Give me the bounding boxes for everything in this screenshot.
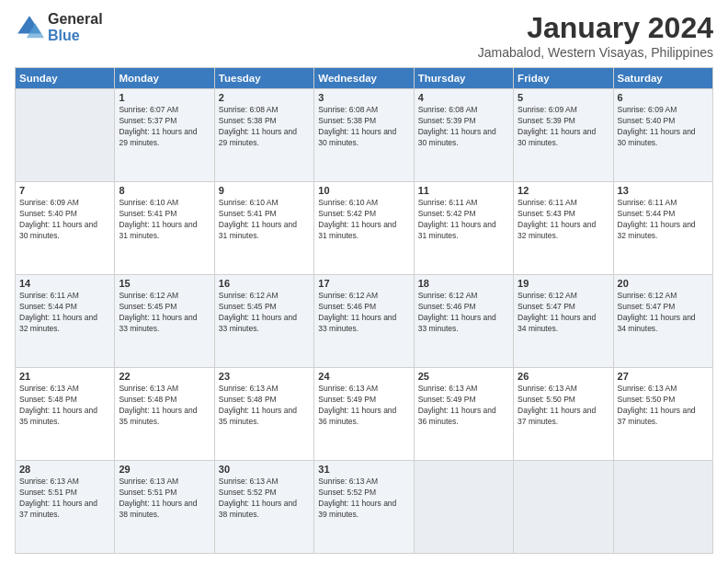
logo-general: General: [48, 11, 103, 28]
day-number: 16: [219, 278, 310, 289]
day-info: Sunrise: 6:13 AMSunset: 5:52 PMDaylight:…: [219, 477, 310, 521]
day-number: 7: [19, 185, 110, 196]
day-info: Sunrise: 6:11 AMSunset: 5:42 PMDaylight:…: [418, 198, 509, 242]
title-block: January 2024 Jamabalod, Western Visayas,…: [478, 11, 713, 60]
day-info: Sunrise: 6:07 AMSunset: 5:37 PMDaylight:…: [119, 105, 210, 149]
day-cell: 3Sunrise: 6:08 AMSunset: 5:38 PMDaylight…: [314, 89, 414, 182]
day-info: Sunrise: 6:08 AMSunset: 5:38 PMDaylight:…: [318, 105, 409, 149]
day-info: Sunrise: 6:13 AMSunset: 5:50 PMDaylight:…: [618, 384, 709, 428]
day-number: 22: [119, 371, 210, 382]
day-info: Sunrise: 6:09 AMSunset: 5:40 PMDaylight:…: [618, 105, 709, 149]
weekday-header-saturday: Saturday: [613, 68, 712, 89]
day-number: 11: [418, 185, 509, 196]
day-cell: 7Sunrise: 6:09 AMSunset: 5:40 PMDaylight…: [16, 182, 115, 275]
day-cell: 17Sunrise: 6:12 AMSunset: 5:46 PMDayligh…: [314, 275, 414, 368]
week-row-2: 7Sunrise: 6:09 AMSunset: 5:40 PMDaylight…: [16, 182, 713, 275]
day-info: Sunrise: 6:13 AMSunset: 5:48 PMDaylight:…: [19, 384, 110, 428]
logo-blue: Blue: [48, 28, 103, 44]
weekday-header-wednesday: Wednesday: [314, 68, 414, 89]
day-cell: 4Sunrise: 6:08 AMSunset: 5:39 PMDaylight…: [414, 89, 513, 182]
day-cell: [414, 461, 513, 554]
day-cell: [514, 461, 613, 554]
day-cell: 21Sunrise: 6:13 AMSunset: 5:48 PMDayligh…: [16, 368, 115, 461]
logo-icon: [15, 13, 44, 42]
day-number: 10: [318, 185, 409, 196]
month-title: January 2024: [478, 11, 713, 45]
day-number: 24: [318, 371, 409, 382]
day-info: Sunrise: 6:10 AMSunset: 5:41 PMDaylight:…: [219, 198, 310, 242]
day-info: Sunrise: 6:13 AMSunset: 5:51 PMDaylight:…: [119, 477, 210, 521]
day-cell: 8Sunrise: 6:10 AMSunset: 5:41 PMDaylight…: [115, 182, 214, 275]
day-cell: 23Sunrise: 6:13 AMSunset: 5:48 PMDayligh…: [214, 368, 313, 461]
day-number: 20: [618, 278, 709, 289]
day-number: 28: [19, 464, 110, 475]
day-cell: 18Sunrise: 6:12 AMSunset: 5:46 PMDayligh…: [414, 275, 513, 368]
day-number: 12: [518, 185, 609, 196]
day-cell: 19Sunrise: 6:12 AMSunset: 5:47 PMDayligh…: [514, 275, 613, 368]
day-info: Sunrise: 6:13 AMSunset: 5:48 PMDaylight:…: [119, 384, 210, 428]
day-number: 27: [618, 371, 709, 382]
day-info: Sunrise: 6:08 AMSunset: 5:39 PMDaylight:…: [418, 105, 509, 149]
day-number: 3: [318, 92, 409, 103]
day-info: Sunrise: 6:12 AMSunset: 5:46 PMDaylight:…: [418, 291, 509, 335]
day-number: 4: [418, 92, 509, 103]
day-cell: 2Sunrise: 6:08 AMSunset: 5:38 PMDaylight…: [214, 89, 313, 182]
day-number: 18: [418, 278, 509, 289]
day-cell: 9Sunrise: 6:10 AMSunset: 5:41 PMDaylight…: [214, 182, 313, 275]
week-row-3: 14Sunrise: 6:11 AMSunset: 5:44 PMDayligh…: [16, 275, 713, 368]
day-info: Sunrise: 6:13 AMSunset: 5:51 PMDaylight:…: [19, 477, 110, 521]
day-cell: 26Sunrise: 6:13 AMSunset: 5:50 PMDayligh…: [514, 368, 613, 461]
day-info: Sunrise: 6:13 AMSunset: 5:49 PMDaylight:…: [418, 384, 509, 428]
day-number: 14: [19, 278, 110, 289]
day-cell: 24Sunrise: 6:13 AMSunset: 5:49 PMDayligh…: [314, 368, 414, 461]
week-row-4: 21Sunrise: 6:13 AMSunset: 5:48 PMDayligh…: [16, 368, 713, 461]
day-number: 26: [518, 371, 609, 382]
day-info: Sunrise: 6:10 AMSunset: 5:42 PMDaylight:…: [318, 198, 409, 242]
day-cell: 22Sunrise: 6:13 AMSunset: 5:48 PMDayligh…: [115, 368, 214, 461]
day-info: Sunrise: 6:12 AMSunset: 5:47 PMDaylight:…: [618, 291, 709, 335]
day-number: 21: [19, 371, 110, 382]
day-number: 29: [119, 464, 210, 475]
day-cell: 13Sunrise: 6:11 AMSunset: 5:44 PMDayligh…: [613, 182, 712, 275]
day-cell: 10Sunrise: 6:10 AMSunset: 5:42 PMDayligh…: [314, 182, 414, 275]
day-cell: 1Sunrise: 6:07 AMSunset: 5:37 PMDaylight…: [115, 89, 214, 182]
day-info: Sunrise: 6:13 AMSunset: 5:48 PMDaylight:…: [219, 384, 310, 428]
day-cell: 31Sunrise: 6:13 AMSunset: 5:52 PMDayligh…: [314, 461, 414, 554]
weekday-header-sunday: Sunday: [16, 68, 115, 89]
day-info: Sunrise: 6:12 AMSunset: 5:46 PMDaylight:…: [318, 291, 409, 335]
day-number: 2: [219, 92, 310, 103]
day-number: 8: [119, 185, 210, 196]
day-info: Sunrise: 6:11 AMSunset: 5:44 PMDaylight:…: [618, 198, 709, 242]
day-info: Sunrise: 6:12 AMSunset: 5:47 PMDaylight:…: [518, 291, 609, 335]
calendar-table: SundayMondayTuesdayWednesdayThursdayFrid…: [15, 67, 713, 554]
weekday-header-friday: Friday: [514, 68, 613, 89]
day-number: 1: [119, 92, 210, 103]
weekday-header-thursday: Thursday: [414, 68, 513, 89]
day-cell: 25Sunrise: 6:13 AMSunset: 5:49 PMDayligh…: [414, 368, 513, 461]
day-cell: 6Sunrise: 6:09 AMSunset: 5:40 PMDaylight…: [613, 89, 712, 182]
logo-text: General Blue: [48, 11, 103, 43]
day-info: Sunrise: 6:11 AMSunset: 5:43 PMDaylight:…: [518, 198, 609, 242]
day-info: Sunrise: 6:13 AMSunset: 5:49 PMDaylight:…: [318, 384, 409, 428]
day-info: Sunrise: 6:12 AMSunset: 5:45 PMDaylight:…: [119, 291, 210, 335]
day-info: Sunrise: 6:13 AMSunset: 5:52 PMDaylight:…: [318, 477, 409, 521]
weekday-header-monday: Monday: [115, 68, 214, 89]
day-number: 9: [219, 185, 310, 196]
day-number: 13: [618, 185, 709, 196]
day-cell: 15Sunrise: 6:12 AMSunset: 5:45 PMDayligh…: [115, 275, 214, 368]
day-cell: 29Sunrise: 6:13 AMSunset: 5:51 PMDayligh…: [115, 461, 214, 554]
day-info: Sunrise: 6:08 AMSunset: 5:38 PMDaylight:…: [219, 105, 310, 149]
week-row-5: 28Sunrise: 6:13 AMSunset: 5:51 PMDayligh…: [16, 461, 713, 554]
day-number: 17: [318, 278, 409, 289]
day-number: 6: [618, 92, 709, 103]
day-number: 15: [119, 278, 210, 289]
day-info: Sunrise: 6:09 AMSunset: 5:39 PMDaylight:…: [518, 105, 609, 149]
day-number: 30: [219, 464, 310, 475]
day-cell: 12Sunrise: 6:11 AMSunset: 5:43 PMDayligh…: [514, 182, 613, 275]
day-info: Sunrise: 6:13 AMSunset: 5:50 PMDaylight:…: [518, 384, 609, 428]
day-number: 31: [318, 464, 409, 475]
week-row-1: 1Sunrise: 6:07 AMSunset: 5:37 PMDaylight…: [16, 89, 713, 182]
day-cell: 30Sunrise: 6:13 AMSunset: 5:52 PMDayligh…: [214, 461, 313, 554]
header: General Blue January 2024 Jamabalod, Wes…: [15, 11, 713, 60]
day-cell: 14Sunrise: 6:11 AMSunset: 5:44 PMDayligh…: [16, 275, 115, 368]
